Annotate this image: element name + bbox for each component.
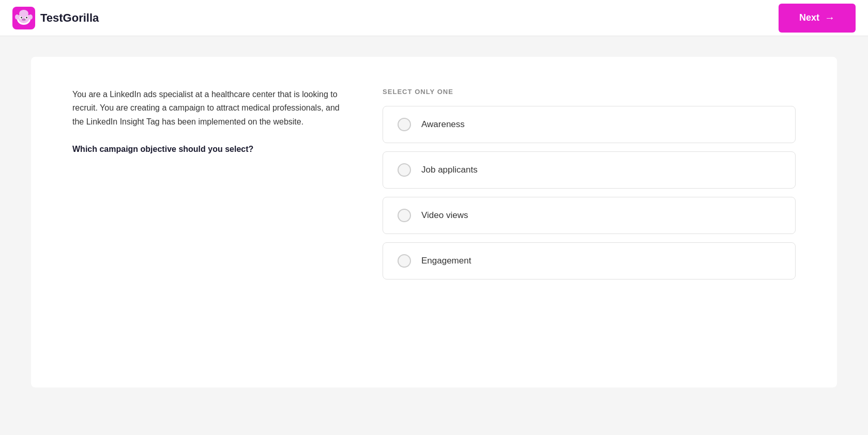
option-label-job-applicants: Job applicants — [421, 165, 478, 175]
main-content: You are a LinkedIn ads specialist at a h… — [0, 36, 868, 408]
svg-point-6 — [26, 17, 27, 18]
option-video-views[interactable]: Video views — [383, 197, 796, 234]
svg-point-5 — [21, 17, 22, 18]
option-engagement[interactable]: Engagement — [383, 242, 796, 279]
header: TestGorilla Next → — [0, 0, 868, 36]
question-text: Which campaign objective should you sele… — [72, 143, 341, 156]
testgorilla-logo-icon — [12, 7, 35, 29]
question-card: You are a LinkedIn ads specialist at a h… — [31, 57, 837, 387]
svg-point-9 — [24, 19, 25, 20]
radio-engagement — [398, 254, 411, 268]
option-awareness[interactable]: Awareness — [383, 106, 796, 143]
svg-point-12 — [19, 10, 28, 17]
svg-point-11 — [28, 14, 33, 20]
radio-video-views — [398, 209, 411, 222]
next-button[interactable]: Next → — [779, 4, 856, 33]
logo-text: TestGorilla — [40, 11, 99, 25]
select-instruction: SELECT ONLY ONE — [383, 88, 796, 96]
svg-point-7 — [22, 18, 26, 21]
svg-point-10 — [15, 14, 19, 20]
next-button-label: Next — [799, 12, 819, 23]
options-list: AwarenessJob applicantsVideo viewsEngage… — [383, 106, 796, 279]
option-label-video-views: Video views — [421, 210, 468, 221]
option-label-awareness: Awareness — [421, 119, 465, 130]
logo-area: TestGorilla — [12, 7, 99, 29]
right-panel: SELECT ONLY ONE AwarenessJob applicantsV… — [383, 88, 796, 356]
option-label-engagement: Engagement — [421, 256, 471, 266]
option-job-applicants[interactable]: Job applicants — [383, 151, 796, 189]
arrow-right-icon: → — [825, 12, 835, 24]
radio-job-applicants — [398, 163, 411, 177]
left-panel: You are a LinkedIn ads specialist at a h… — [72, 88, 341, 356]
radio-awareness — [398, 118, 411, 131]
scenario-text: You are a LinkedIn ads specialist at a h… — [72, 88, 341, 129]
svg-point-8 — [23, 19, 24, 20]
